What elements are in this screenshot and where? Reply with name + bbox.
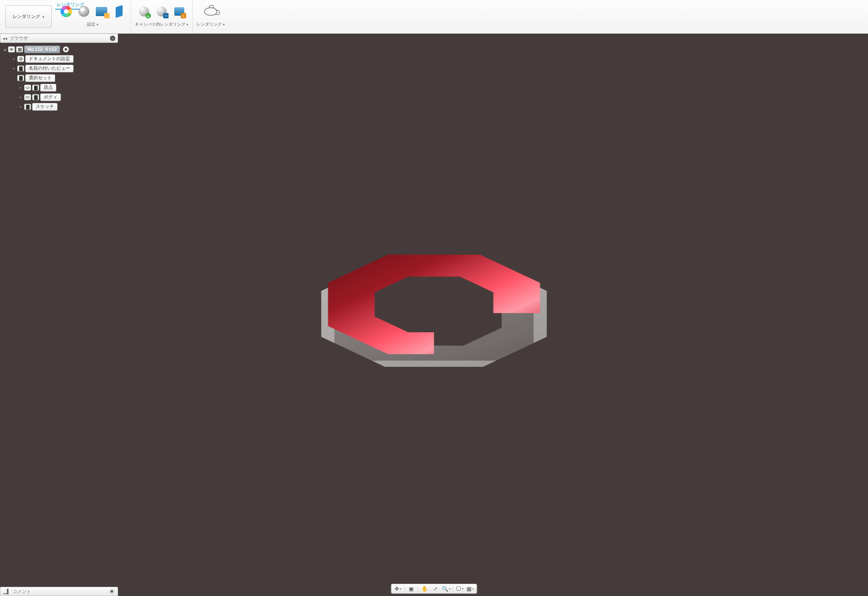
folder-icon: ▇ [32, 85, 39, 91]
tree-label[interactable]: 原点 [40, 84, 56, 91]
incanvas-start-button[interactable]: ▸ [136, 4, 152, 19]
color-wheel-icon [61, 6, 72, 17]
tree-item-document-settings[interactable]: ▸ ⚙ ドキュメントの設定 [0, 54, 118, 64]
scene-settings-button[interactable] [76, 4, 92, 19]
tree-label[interactable]: スケッチ [32, 103, 57, 111]
tree-label[interactable]: 選択セット [25, 74, 55, 82]
tree-item-named-views[interactable]: ▸ ▇ 名前の付いたビュー [0, 64, 118, 73]
tree-root[interactable]: ◢ ▦ No.112_4 v12 [0, 44, 118, 54]
grid-settings-button[interactable]: ▦ [465, 585, 475, 593]
comments-expand-button[interactable]: ▁▌ [3, 589, 10, 594]
browser-header: ◂◂ ブラウザ – [0, 34, 118, 43]
tree-twisty[interactable]: ▸ [11, 57, 16, 61]
display-settings-button[interactable]: 🖵 [455, 585, 465, 593]
zoom-window-button[interactable]: 🔍 [441, 585, 451, 593]
model-preview [311, 256, 557, 371]
tree-label[interactable]: ボディ [40, 93, 61, 101]
toolbar-group-canvas-render: ▸ ▪ ▪ キャンバス内レンダリング [131, 0, 193, 33]
tree-root-label[interactable]: No.112_4 v12 [24, 46, 60, 53]
tree-twisty[interactable]: ▸ [18, 85, 23, 90]
folder-icon: ▇ [32, 94, 39, 100]
browser-title: ブラウザ [10, 35, 108, 42]
render-caption[interactable]: レンダリング [197, 21, 225, 27]
tree-twisty[interactable]: ▸ [18, 105, 23, 109]
texture-map-button[interactable] [111, 4, 127, 19]
toolbar: レンダリング レンダリング▾ 設定 ▸ [0, 0, 868, 34]
browser-minimize-button[interactable]: – [110, 36, 115, 41]
visibility-toggle[interactable] [24, 85, 31, 91]
disk-badge-icon: ▪ [181, 13, 186, 18]
zoom-button[interactable]: ⤢ [431, 585, 441, 593]
folder-icon: ▇ [24, 104, 31, 110]
appearance-button[interactable] [59, 4, 74, 19]
toolbar-group-setup: 設定 [55, 0, 131, 33]
eye-icon [25, 85, 30, 90]
component-icon: ▦ [16, 46, 23, 52]
save-badge-icon: ▪ [163, 13, 169, 18]
eye-icon [9, 47, 14, 52]
gear-icon: ⚙ [17, 56, 24, 62]
pan-button[interactable]: ✋ [420, 585, 430, 593]
tree-twisty[interactable]: ▸ [18, 95, 23, 99]
tree-item-bodies[interactable]: ▸ ▇ ボディ [0, 92, 118, 102]
tree-item-sketches[interactable]: ▸ ▇ スケッチ [0, 102, 118, 111]
sphere-icon [79, 6, 89, 17]
texture-icon [116, 5, 123, 18]
play-badge-icon: ▸ [146, 13, 151, 18]
tree-item-origin[interactable]: ▸ ▇ 原点 [0, 83, 118, 92]
teapot-icon [204, 7, 217, 16]
visibility-toggle[interactable] [24, 94, 31, 100]
tree-label[interactable]: 名前の付いたビュー [25, 65, 74, 72]
setup-caption[interactable]: 設定 [87, 21, 98, 27]
comments-label: コメント [13, 588, 31, 595]
incanvas-save-button[interactable]: ▪ [154, 4, 169, 19]
viewport[interactable]: ◂◂ ブラウザ – ◢ ▦ No.112_4 v12 ▸ ⚙ ドキュメントの設定… [0, 34, 868, 596]
comments-bar: ▁▌ コメント [0, 587, 118, 596]
folder-icon: ▇ [17, 65, 24, 72]
tree-twisty[interactable]: ◢ [2, 47, 7, 51]
tree-twisty[interactable]: ▸ [11, 66, 16, 70]
orbit-button[interactable]: ✥ [393, 585, 403, 593]
decal-button[interactable] [94, 4, 109, 19]
tree-item-selection-sets[interactable]: ▸ ▇ 選択セット [0, 73, 118, 83]
browser-tree: ◢ ▦ No.112_4 v12 ▸ ⚙ ドキュメントの設定 ▸ ▇ 名前の付い… [0, 43, 118, 113]
decal-icon [96, 7, 107, 16]
visibility-toggle[interactable] [8, 46, 15, 52]
incanvas-settings-button[interactable]: ▪ [172, 4, 187, 19]
tree-label[interactable]: ドキュメントの設定 [25, 55, 74, 63]
folder-icon: ▇ [17, 75, 24, 81]
workspace-switcher[interactable]: レンダリング▾ [5, 5, 52, 28]
navigation-bar: ✥ ▣ ✋ ⤢ 🔍 🖵 ▦ [391, 584, 477, 594]
comments-toggle[interactable] [109, 589, 115, 594]
canvas-render-caption[interactable]: キャンバス内レンダリング [135, 21, 188, 27]
browser-collapse-button[interactable]: ◂◂ [3, 36, 7, 41]
look-at-button[interactable]: ▣ [406, 585, 416, 593]
toolbar-group-render: レンダリング [193, 0, 229, 33]
browser-panel: ◂◂ ブラウザ – ◢ ▦ No.112_4 v12 ▸ ⚙ ドキュメントの設定… [0, 34, 118, 113]
render-button[interactable] [203, 4, 218, 19]
eye-icon [25, 95, 30, 100]
activate-radio[interactable] [63, 46, 69, 52]
